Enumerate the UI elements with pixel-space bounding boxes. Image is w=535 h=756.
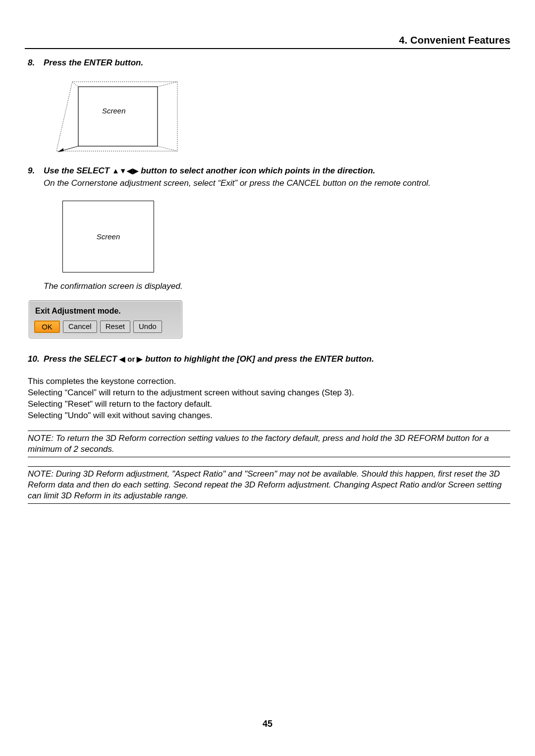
step-9-sub: On the Cornerstone adjustment screen, se… [44,178,510,189]
step-8: 8. Press the ENTER button. [28,58,510,68]
body-line-1: This completes the keystone correction. [28,376,510,387]
select-arrows-2-icon: ◀ or ▶ [119,355,143,363]
trap-outline-icon [56,82,177,151]
select-arrows-4-icon: ▲▼◀▶ [112,166,139,175]
diagram-rect: Screen [62,201,510,272]
step-10-before: Press the SELECT [44,354,119,364]
exit-dialog: Exit Adjustment mode. OK Cancel Reset Un… [29,300,182,338]
page-number: 45 [0,719,535,729]
screen-rect-icon [78,87,158,146]
step-8-text: Press the ENTER button. [44,58,143,68]
cancel-button[interactable]: Cancel [63,321,97,333]
step-9-num: 9. [28,166,40,176]
step-9-text: Use the SELECT ▲▼◀▶ button to select ano… [44,166,375,176]
dialog-title: Exit Adjustment mode. [35,307,177,316]
corner-tr-icon [158,82,177,87]
body-line-4: Selecting "Undo" will exit without savin… [28,410,510,422]
step-8-num: 8. [28,58,40,68]
confirmation-text: The confirmation screen is displayed. [44,281,510,291]
reset-button[interactable]: Reset [100,321,130,333]
undo-button[interactable]: Undo [133,321,162,333]
step-9-after: button to select another icon which poin… [139,166,375,175]
step-10-after: button to highlight the [OK] and press t… [143,354,374,364]
corner-br-icon [158,146,177,151]
body-line-3: Selecting "Reset" will return to the fac… [28,399,510,410]
note-2: NOTE: During 3D Reform adjustment, "Aspe… [28,466,510,504]
screen-rect-2: Screen [62,201,154,272]
ok-button[interactable]: OK [34,321,60,333]
step-10: 10. Press the SELECT ◀ or ▶ button to hi… [28,354,510,364]
step-10-num: 10. [28,354,40,364]
dialog-button-row: OK Cancel Reset Undo [34,321,177,333]
note-1: NOTE: To return the 3D Reform correction… [28,431,510,457]
screen-label-1: Screen [102,107,126,115]
corner-tl-icon [72,82,78,87]
section-header: 4. Convenient Features [25,35,510,49]
step-9: 9. Use the SELECT ▲▼◀▶ button to select … [28,166,510,176]
screen-label-2: Screen [97,232,120,241]
body-text-block: This completes the keystone correction. … [28,376,510,422]
arrow-bl-head-icon [57,148,63,152]
body-line-2: Selecting “Cancel” will return to the ad… [28,387,510,399]
diagram-trapezoid: Screen [53,78,510,157]
step-10-text: Press the SELECT ◀ or ▶ button to highli… [44,354,374,364]
step-9-before: Use the SELECT [44,166,112,175]
